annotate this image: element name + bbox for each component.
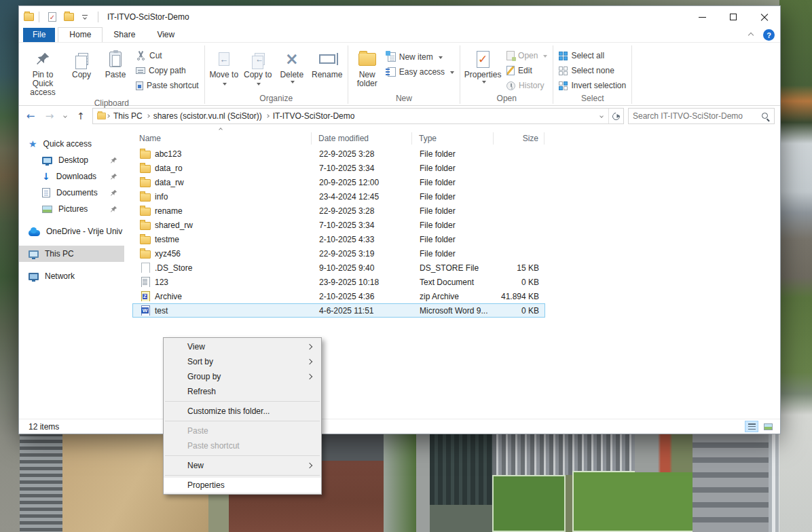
menu-item-sort-by[interactable]: Sort by [164,354,321,369]
menu-item-view[interactable]: View [164,339,321,354]
minimize-button[interactable] [686,6,718,28]
sidebar-item-network[interactable]: Network [19,268,124,284]
table-row[interactable]: testme 2-10-2025 4:33 File folder [132,232,545,246]
clipboard-small-buttons: Cut Copy path Paste shortcut [133,46,202,92]
sidebar-item-onedrive[interactable]: OneDrive - Vrije Univ [19,223,124,240]
qat-new-folder-button[interactable] [60,10,77,24]
breadcrumb[interactable]: This PC shares (scistor.vu.nl (SciStor))… [92,108,624,124]
zip-badge: Z [143,294,148,299]
tab-view[interactable]: View [146,28,185,42]
search-input[interactable] [633,111,758,121]
column-header-size[interactable]: Size [494,132,545,145]
breadcrumb-shares[interactable]: shares (scistor.vu.nl (SciStor)) [149,111,266,121]
new-folder-button[interactable]: New folder [351,46,384,88]
file-name: rename [155,206,183,216]
column-header-name[interactable]: Name [132,132,312,145]
pin-to-quick-access-button[interactable]: Pin to Quick access [22,46,64,97]
copy-to-icon: ← [251,48,265,71]
refresh-button[interactable] [608,109,623,124]
menu-item-properties[interactable]: Properties [164,478,321,493]
cut-button[interactable]: Cut [133,49,202,62]
minimize-ribbon-button[interactable] [745,30,756,41]
tab-share[interactable]: Share [103,28,146,42]
copy-to-button[interactable]: ← Copy to [242,46,274,88]
new-item-button[interactable]: New item [385,50,457,64]
new-body: New folder New item Easy access [351,44,457,92]
forward-button[interactable]: → [42,109,57,124]
bg-region [384,433,416,532]
titlebar-separator [98,12,98,22]
column-header-type[interactable]: Type [412,132,494,145]
thumbnails-view-button[interactable] [761,421,775,432]
thumbnails-view-icon [764,423,773,430]
tab-file[interactable]: File [23,28,55,42]
file-name: shared_rw [155,221,193,230]
copy-button[interactable]: Copy [65,46,98,79]
move-to-icon: ← [219,48,229,71]
column-header-date-modified[interactable]: Date modified [312,132,412,145]
ribbon-group-clipboard: Pin to Quick access Copy Paste Cut [19,44,204,105]
table-row[interactable]: info 23-4-2024 12:45 File folder [132,189,545,204]
sidebar-item-quick-access[interactable]: ★ Quick access [19,136,124,152]
history-button[interactable]: History [504,79,550,92]
table-row[interactable]: data_rw 20-9-2025 12:00 File folder [132,175,545,189]
maximize-button[interactable] [718,6,749,28]
sidebar-item-pictures[interactable]: Pictures [19,201,124,217]
back-button[interactable]: ← [23,109,38,124]
delete-button[interactable]: × Delete [276,46,308,84]
select-none-button[interactable]: Select none [556,64,629,77]
details-view-button[interactable] [745,421,758,432]
qat-customize-button[interactable] [77,10,93,24]
sidebar-item-downloads[interactable]: ↓ Downloads [19,168,124,185]
breadcrumb-this-pc[interactable]: This PC [109,111,147,121]
menu-item-new[interactable]: New [164,458,321,473]
tab-home[interactable]: Home [58,27,103,42]
table-row[interactable]: shared_rw 7-10-2025 3:34 File folder [132,218,545,232]
select-all-button[interactable]: Select all [556,49,629,62]
sidebar-item-documents[interactable]: Documents [19,185,124,201]
file-name: testme [155,235,179,244]
menu-item-paste-shortcut[interactable]: Paste shortcut [164,438,321,453]
address-dropdown-button[interactable] [595,109,608,124]
explorer-app-icon[interactable] [24,13,34,21]
properties-button[interactable]: ✓ Properties [463,46,502,84]
table-row[interactable]: rename 22-9-2025 3:28 File folder [132,204,545,218]
help-button[interactable]: ? [763,29,775,41]
close-button[interactable] [749,6,780,28]
menu-item-paste[interactable]: Paste [164,423,321,438]
edit-button[interactable]: Edit [504,64,550,77]
up-button[interactable]: ↑ [73,109,88,124]
minimize-icon [699,17,706,18]
copy-path-button[interactable]: Copy path [133,64,202,77]
paste-shortcut-button[interactable]: Paste shortcut [133,79,202,92]
paste-shortcut-icon [136,81,143,90]
table-row[interactable]: .DS_Store 9-10-2025 9:40 DS_STORE File 1… [132,261,545,275]
search-icon[interactable] [761,112,770,121]
qat-properties-button[interactable]: ✓ [44,10,60,24]
table-row-selected[interactable]: Wtest 4-6-2025 11:51 Microsoft Word 9...… [132,303,545,318]
menu-item-group-by[interactable]: Group by [164,369,321,384]
menu-item-refresh[interactable]: Refresh [164,384,321,399]
file-rows: abc123 22-9-2025 3:28 File folder data_r… [132,147,780,318]
file-name: data_rw [155,178,184,187]
paste-button[interactable]: Paste [99,46,132,79]
sidebar-item-desktop[interactable]: Desktop [19,152,124,168]
move-to-button[interactable]: ← Move to [208,46,240,88]
menu-item-customize-folder[interactable]: Customize this folder... [164,404,321,419]
invert-selection-button[interactable]: Invert selection [556,79,629,92]
table-row[interactable]: abc123 22-9-2025 3:28 File folder [132,147,545,161]
ribbon-corner: ? [745,29,775,41]
window-title: IT-ITVO-SciStor-Demo [107,12,189,22]
easy-access-button[interactable]: Easy access [385,65,457,79]
rename-button[interactable]: Rename [310,46,345,79]
table-row[interactable]: xyz456 22-9-2025 3:19 File folder [132,246,545,261]
table-row[interactable]: 123 23-9-2025 10:18 Text Document 0 KB [132,275,545,289]
bg-region [635,433,693,472]
open-button[interactable]: Open [504,49,550,62]
breadcrumb-current-folder[interactable]: IT-ITVO-SciStor-Demo [269,111,359,121]
recent-locations-button[interactable] [61,115,69,117]
table-row[interactable]: data_ro 7-10-2025 3:34 File folder [132,161,545,175]
table-row[interactable]: ZArchive 2-10-2025 4:36 zip Archive 41.8… [132,289,545,303]
status-bar: 12 items [19,419,780,434]
sidebar-item-this-pc[interactable]: This PC [19,246,124,262]
